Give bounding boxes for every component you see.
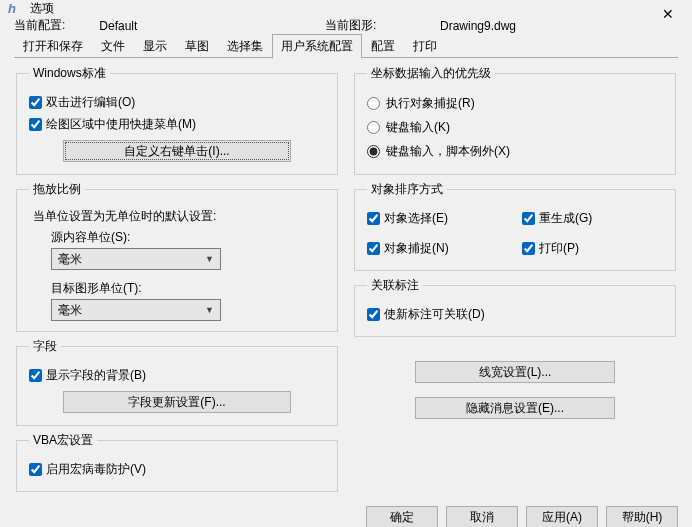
radio-keyboard-input[interactable] — [367, 121, 380, 134]
checkbox-sort-select[interactable]: 对象选择(E) — [367, 208, 508, 228]
group-sort-legend: 对象排序方式 — [367, 181, 447, 198]
checkbox-sort-print-input[interactable] — [522, 242, 535, 255]
radio-keyboard-except-script-label: 键盘输入，脚本例外(X) — [386, 143, 510, 160]
button-field-update-settings[interactable]: 字段更新设置(F)... — [63, 391, 291, 413]
current-profile-label: 当前配置: — [14, 17, 65, 34]
current-drawing-label: 当前图形: — [325, 17, 376, 34]
app-icon: h — [8, 1, 24, 17]
checkbox-field-bg-label: 显示字段的背景(B) — [46, 367, 146, 384]
group-vba: VBA宏设置 启用宏病毒防护(V) — [16, 432, 338, 492]
checkbox-assoc-dim-input[interactable] — [367, 308, 380, 321]
dst-unit-label: 目标图形单位(T): — [51, 280, 325, 297]
checkbox-vba-protection-input[interactable] — [29, 463, 42, 476]
checkbox-dblclick-edit[interactable]: 双击进行编辑(O) — [29, 92, 325, 112]
checkbox-sort-regen-input[interactable] — [522, 212, 535, 225]
tab-selection[interactable]: 选择集 — [218, 34, 272, 58]
checkbox-assoc-dim[interactable]: 使新标注可关联(D) — [367, 304, 663, 324]
button-hidden-message-settings[interactable]: 隐藏消息设置(E)... — [415, 397, 615, 419]
tab-print[interactable]: 打印 — [404, 34, 446, 58]
radio-object-snap[interactable]: 执行对象捕捉(R) — [367, 92, 663, 114]
group-windows-standard: Windows标准 双击进行编辑(O) 绘图区域中使用快捷菜单(M) 自定义右键… — [16, 65, 338, 175]
apply-button[interactable]: 应用(A) — [526, 506, 598, 527]
checkbox-vba-protection-label: 启用宏病毒防护(V) — [46, 461, 146, 478]
checkbox-sort-snap-input[interactable] — [367, 242, 380, 255]
checkbox-sort-snap-label: 对象捕捉(N) — [384, 240, 449, 257]
group-windows-standard-legend: Windows标准 — [29, 65, 110, 82]
dst-unit-value: 毫米 — [58, 302, 82, 319]
checkbox-field-bg[interactable]: 显示字段的背景(B) — [29, 365, 325, 385]
current-profile-value: Default — [99, 19, 137, 33]
chevron-down-icon: ▼ — [205, 254, 214, 264]
src-unit-combo[interactable]: 毫米 ▼ — [51, 248, 221, 270]
checkbox-sort-print-label: 打印(P) — [539, 240, 579, 257]
group-vba-legend: VBA宏设置 — [29, 432, 97, 449]
radio-keyboard-except-script-input[interactable] — [367, 145, 380, 158]
group-assoc-dim-legend: 关联标注 — [367, 277, 423, 294]
radio-keyboard[interactable]: 键盘输入(K) — [367, 116, 663, 138]
checkbox-dblclick-edit-input[interactable] — [29, 96, 42, 109]
drag-scale-desc: 当单位设置为无单位时的默认设置: — [33, 208, 325, 225]
tab-user-system[interactable]: 用户系统配置 — [272, 34, 362, 59]
group-drag-scale: 拖放比例 当单位设置为无单位时的默认设置: 源内容单位(S): 毫米 ▼ 目标图… — [16, 181, 338, 332]
tab-strip: 打开和保存 文件 显示 草图 选择集 用户系统配置 配置 打印 — [0, 36, 692, 58]
radio-object-snap-label: 执行对象捕捉(R) — [386, 95, 475, 112]
group-assoc-dim: 关联标注 使新标注可关联(D) — [354, 277, 676, 337]
tab-draft[interactable]: 草图 — [176, 34, 218, 58]
tab-profiles[interactable]: 配置 — [362, 34, 404, 58]
button-lineweight-settings[interactable]: 线宽设置(L)... — [415, 361, 615, 383]
radio-keyboard-label: 键盘输入(K) — [386, 119, 450, 136]
checkbox-context-menu-input[interactable] — [29, 118, 42, 131]
checkbox-dblclick-edit-label: 双击进行编辑(O) — [46, 94, 135, 111]
checkbox-sort-snap[interactable]: 对象捕捉(N) — [367, 238, 508, 258]
tab-display[interactable]: 显示 — [134, 34, 176, 58]
checkbox-assoc-dim-label: 使新标注可关联(D) — [384, 306, 485, 323]
tab-file[interactable]: 文件 — [92, 34, 134, 58]
help-button[interactable]: 帮助(H) — [606, 506, 678, 527]
checkbox-sort-select-input[interactable] — [367, 212, 380, 225]
ok-button[interactable]: 确定 — [366, 506, 438, 527]
checkbox-sort-print[interactable]: 打印(P) — [522, 238, 663, 258]
radio-keyboard-except-script[interactable]: 键盘输入，脚本例外(X) — [367, 140, 663, 162]
group-coord-priority: 坐标数据输入的优先级 执行对象捕捉(R) 键盘输入(K) 键盘输入，脚本例外(X… — [354, 65, 676, 175]
radio-object-snap-input[interactable] — [367, 97, 380, 110]
src-unit-label: 源内容单位(S): — [51, 229, 325, 246]
dst-unit-combo[interactable]: 毫米 ▼ — [51, 299, 221, 321]
window-title: 选项 — [30, 0, 54, 17]
group-drag-scale-legend: 拖放比例 — [29, 181, 85, 198]
checkbox-vba-protection[interactable]: 启用宏病毒防护(V) — [29, 459, 325, 479]
checkbox-sort-regen-label: 重生成(G) — [539, 210, 592, 227]
checkbox-context-menu-label: 绘图区域中使用快捷菜单(M) — [46, 116, 196, 133]
tab-open-save[interactable]: 打开和保存 — [14, 34, 92, 58]
cancel-button[interactable]: 取消 — [446, 506, 518, 527]
checkbox-sort-select-label: 对象选择(E) — [384, 210, 448, 227]
group-sort: 对象排序方式 对象选择(E) 重生成(G) 对象捕捉(N) — [354, 181, 676, 271]
group-coord-priority-legend: 坐标数据输入的优先级 — [367, 65, 495, 82]
src-unit-value: 毫米 — [58, 251, 82, 268]
chevron-down-icon: ▼ — [205, 305, 214, 315]
group-fields: 字段 显示字段的背景(B) 字段更新设置(F)... — [16, 338, 338, 426]
checkbox-context-menu[interactable]: 绘图区域中使用快捷菜单(M) — [29, 114, 325, 134]
checkbox-field-bg-input[interactable] — [29, 369, 42, 382]
checkbox-sort-regen[interactable]: 重生成(G) — [522, 208, 663, 228]
group-fields-legend: 字段 — [29, 338, 61, 355]
current-drawing-value: Drawing9.dwg — [440, 19, 516, 33]
button-rightclick-customize[interactable]: 自定义右键单击(I)... — [63, 140, 291, 162]
